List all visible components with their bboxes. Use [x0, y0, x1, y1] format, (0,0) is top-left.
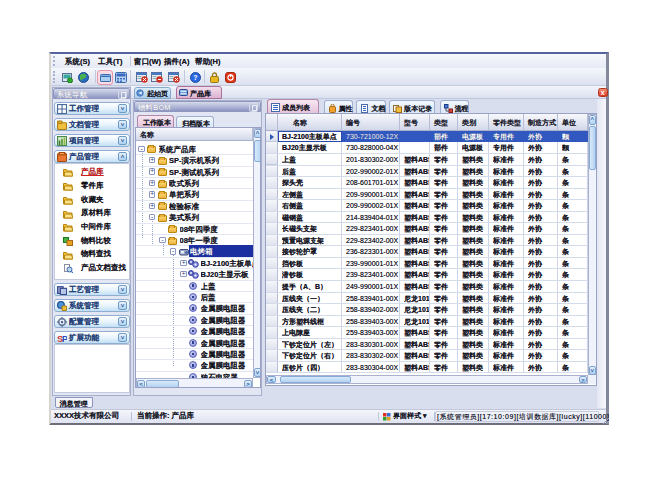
- svg-text:P: P: [62, 333, 67, 342]
- svg-text:?: ?: [193, 74, 197, 81]
